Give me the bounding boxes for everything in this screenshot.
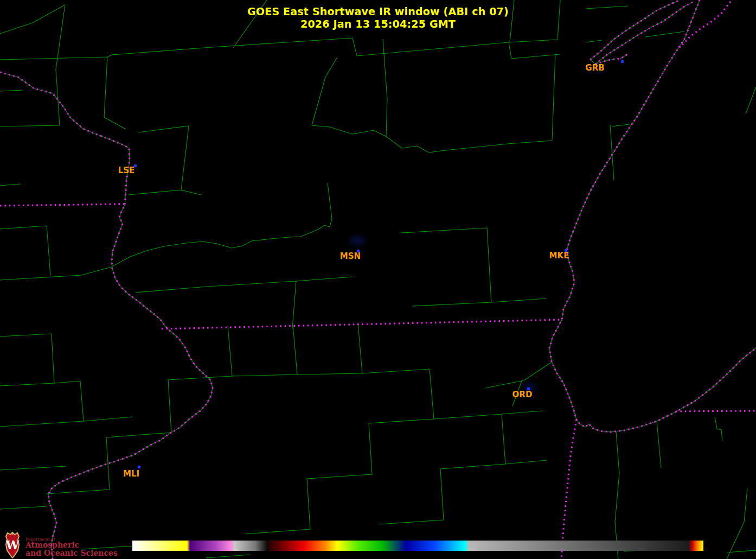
logo-line-2: and Oceanic Sciences bbox=[25, 549, 118, 557]
shoreline-green bbox=[0, 0, 756, 559]
county-boundaries bbox=[0, 0, 756, 559]
station-label-mli: MLI bbox=[123, 469, 139, 479]
station-label-mke: MKE bbox=[549, 251, 569, 261]
temperature-colorbar bbox=[132, 541, 703, 551]
state-boundaries-dotted bbox=[0, 0, 756, 559]
station-label-msn: MSN bbox=[340, 251, 361, 261]
station-label-ord: ORD bbox=[512, 390, 533, 399]
satellite-image-viewer: GOES East Shortwave IR window (ABI ch 07… bbox=[0, 0, 756, 559]
title-line-1: GOES East Shortwave IR window (ABI ch 07… bbox=[0, 5, 756, 18]
station-dot-mli bbox=[138, 466, 140, 468]
logo-line-1: Atmospheric bbox=[25, 541, 79, 549]
uw-crest-icon: W bbox=[3, 531, 22, 559]
map-canvas bbox=[0, 0, 756, 559]
station-dot-grb bbox=[621, 60, 624, 63]
station-label-lse: LSE bbox=[118, 166, 135, 175]
crest-letter: W bbox=[5, 538, 20, 552]
station-label-grb: GRB bbox=[585, 63, 604, 73]
uw-aos-logo: W Department of Atmospheric and Oceanic … bbox=[3, 531, 128, 559]
image-title: GOES East Shortwave IR window (ABI ch 07… bbox=[0, 5, 756, 30]
title-line-2: 2026 Jan 13 15:04:25 GMT bbox=[0, 18, 756, 30]
